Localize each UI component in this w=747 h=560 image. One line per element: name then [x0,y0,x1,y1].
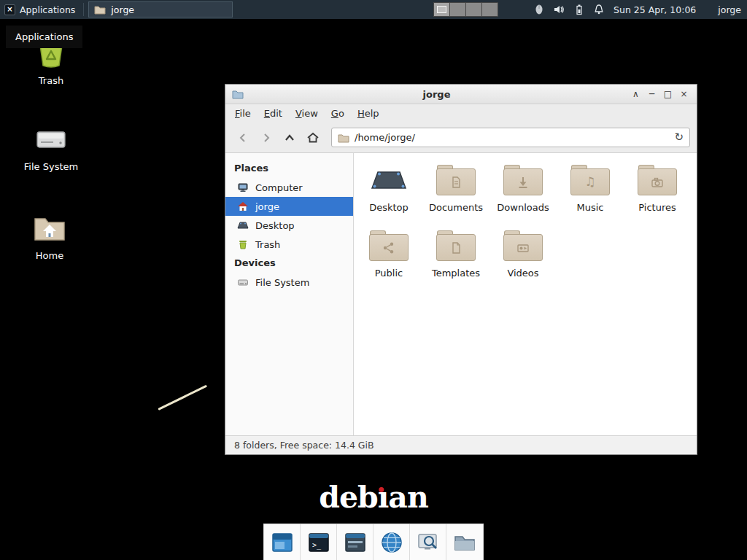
window-controls: ∧ ─ □ × [630,88,690,101]
back-button[interactable] [232,128,254,148]
sidebar-item-label: File System [255,277,309,288]
document-emblem-icon [449,175,463,190]
folder-item-label: Documents [429,202,483,213]
status-text: 8 folders, Free space: 14.4 GiB [234,440,374,451]
sidebar-item-computer[interactable]: Computer [225,178,353,197]
folder-item-templates[interactable]: Templates [422,228,489,293]
window-titlebar[interactable]: jorge ∧ ─ □ × [225,85,697,104]
x-glyph: × [7,6,12,13]
workspace-4[interactable] [481,2,498,17]
shade-button[interactable]: ∧ [630,88,642,101]
notification-bell-icon[interactable] [593,4,605,15]
home-button[interactable] [302,128,324,148]
folder-item-downloads[interactable]: Downloads [489,162,557,228]
location-bar[interactable]: /home/jorge/ ↻ [331,128,690,147]
folder-item-label: Public [375,268,403,279]
desktop-icon-home[interactable]: Home [15,211,85,261]
location-text: /home/jorge/ [355,132,415,143]
menu-file[interactable]: File [228,106,258,121]
sidebar-item-label: jorge [255,201,279,212]
folder-item-music[interactable]: ♫ Music [557,162,624,228]
video-emblem-icon [516,241,530,255]
close-button[interactable]: × [678,88,690,101]
share-emblem-icon [382,241,396,255]
tooltip-text: Applications [15,31,73,42]
menu-view[interactable]: View [289,106,325,121]
folder-item-desktop[interactable]: Desktop [355,162,422,228]
panel-clock[interactable]: Sun 25 Apr, 10:06 [614,4,696,15]
folder-item-pictures[interactable]: Pictures [624,162,691,228]
sidebar-places-header: Places [225,159,353,178]
applications-menu-label: Applications [20,4,75,15]
menu-help[interactable]: Help [351,106,386,121]
menu-go[interactable]: Go [325,106,351,121]
template-emblem-icon [449,241,463,255]
logo-i-red-dot: ı [378,480,389,515]
workspace-3[interactable] [465,2,482,17]
desktop-icon [237,219,249,231]
sidebar-item-trash[interactable]: Trash [225,235,353,254]
workspace-2[interactable] [449,2,466,17]
folder-item-public[interactable]: Public [355,228,422,293]
debian-logo: debıan [319,480,427,515]
battery-icon[interactable] [573,4,585,15]
applications-menu-button[interactable]: × Applications [0,0,82,19]
trash-icon [237,238,249,250]
logo-part1: deb [319,480,377,515]
taskbar-window-label: jorge [111,4,134,15]
sidebar-item-label: Desktop [255,220,295,231]
svg-text:>_: >_ [312,541,322,550]
desktop-icon [369,165,409,195]
folder-item-label: Downloads [497,202,549,213]
panel-username: jorge [718,4,741,15]
chevron-left-icon [237,132,249,144]
desktop-icon-label: File System [24,161,78,172]
workspace-1[interactable] [433,2,450,17]
minimize-button[interactable]: ─ [646,88,658,101]
folder-item-label: Music [577,202,604,213]
logo-part2: an [388,480,427,515]
folder-icon [503,165,543,195]
folder-icon: ♫ [570,165,610,195]
desktop-icon-file-system[interactable]: File System [16,122,86,172]
sidebar-item-desktop[interactable]: Desktop [225,216,353,235]
folder-item-documents[interactable]: Documents [422,162,489,228]
sidebar-item-jorge[interactable]: jorge [225,197,353,216]
toolbar: /home/jorge/ ↻ [225,122,697,152]
window-title: jorge [249,89,624,100]
sidebar-item-file-system[interactable]: File System [225,273,353,292]
hard-drive-icon [237,276,249,288]
dock-web-browser-button[interactable] [374,524,410,560]
dock-file-manager-button[interactable] [446,524,483,560]
folder-icon [338,132,349,144]
applications-tooltip: Applications [6,26,82,48]
folder-icon [94,4,106,15]
desktop-icon-label: Home [36,250,63,261]
taskbar-window-button[interactable]: jorge [88,1,233,18]
panel-separator [83,3,84,16]
dock-app-finder-button[interactable] [410,524,446,560]
menu-edit[interactable]: Edit [258,106,289,121]
folder-item-videos[interactable]: Videos [489,228,557,293]
top-panel: × Applications jorge [0,0,747,19]
window-icon [344,531,367,554]
dock-terminal-button[interactable]: >_ [301,524,337,560]
maximize-button[interactable]: □ [662,88,674,101]
volume-icon[interactable] [553,4,565,15]
folder-icon [453,531,476,554]
forward-button[interactable] [255,128,277,148]
home-icon [306,131,320,144]
window-icon [232,88,244,100]
reload-button[interactable]: ↻ [674,132,684,143]
mouse-icon[interactable] [533,4,545,15]
folder-item-label: Desktop [369,202,409,213]
hard-drive-icon [34,122,68,156]
chevron-right-icon [260,132,272,144]
up-button[interactable] [279,128,301,148]
dock-show-desktop-button[interactable] [264,524,301,560]
status-bar: 8 folders, Free space: 14.4 GiB [225,435,697,454]
desktop-window-icon [271,531,294,554]
folder-item-label: Templates [432,268,480,279]
dock-file-window-button[interactable] [337,524,374,560]
folder-icon [436,165,476,195]
